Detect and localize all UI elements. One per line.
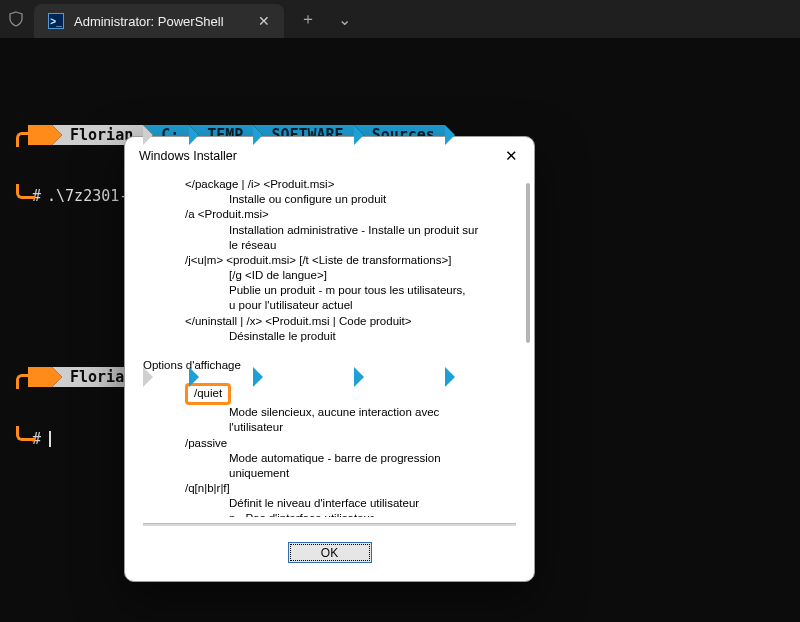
dialog-titlebar: Windows Installer ✕ bbox=[125, 137, 534, 173]
dialog-close-button[interactable]: ✕ bbox=[499, 145, 524, 167]
help-line: n - Pas d'interface utilisateur bbox=[143, 511, 516, 517]
new-tab-button[interactable]: ＋ bbox=[294, 9, 322, 30]
help-line: Définit le niveau d'interface utilisateu… bbox=[143, 496, 516, 511]
uac-shield-icon bbox=[8, 11, 24, 27]
scrollbar[interactable] bbox=[526, 183, 530, 343]
help-line: le réseau bbox=[143, 238, 516, 253]
help-line: /a <Produit.msi> bbox=[143, 207, 516, 222]
terminal-tab[interactable]: >_ Administrator: PowerShell ✕ bbox=[34, 4, 284, 38]
segment-os-icon bbox=[28, 367, 52, 387]
help-line: u pour l'utilisateur actuel bbox=[143, 298, 516, 313]
help-line: </uninstall | /x> <Produit.msi | Code pr… bbox=[143, 314, 516, 329]
close-tab-icon[interactable]: ✕ bbox=[258, 13, 270, 29]
windows-icon bbox=[34, 128, 48, 142]
help-line: Installe ou configure un produit bbox=[143, 192, 516, 207]
tab-dropdown-icon[interactable]: ⌄ bbox=[332, 10, 357, 29]
dialog-help-text: </package | /i> <Produit.msi> Installe o… bbox=[143, 177, 516, 517]
dialog-body: </package | /i> <Produit.msi> Installe o… bbox=[125, 173, 534, 517]
windows-icon bbox=[34, 370, 48, 384]
help-line: /passive bbox=[143, 436, 516, 451]
prompt-bracket-top bbox=[2, 367, 28, 387]
prompt-bracket-top bbox=[2, 125, 28, 145]
help-line: Désinstalle le produit bbox=[143, 329, 516, 344]
ok-button[interactable]: OK bbox=[288, 542, 372, 563]
dialog-footer: OK bbox=[125, 526, 534, 581]
help-line: /q[n|b|r|f] bbox=[143, 481, 516, 496]
help-line: Mode automatique - barre de progression bbox=[143, 451, 516, 466]
help-line: l'utilisateur bbox=[143, 420, 516, 435]
window-titlebar: >_ Administrator: PowerShell ✕ ＋ ⌄ bbox=[0, 0, 800, 38]
help-line: </package | /i> <Produit.msi> bbox=[143, 177, 516, 192]
dialog-title: Windows Installer bbox=[139, 149, 237, 163]
help-line: /j<u|m> <produit.msi> [/t <Liste de tran… bbox=[143, 253, 516, 268]
help-line: [/g <ID de langue>] bbox=[143, 268, 516, 283]
powershell-icon: >_ bbox=[48, 13, 64, 29]
text-cursor bbox=[49, 431, 51, 447]
prompt-bracket-bottom bbox=[2, 428, 28, 450]
tab-title: Administrator: PowerShell bbox=[74, 14, 224, 29]
help-line: Publie un produit - m pour tous les util… bbox=[143, 283, 516, 298]
prompt-bracket-bottom bbox=[2, 186, 28, 208]
help-line: Mode silencieux, aucune interaction avec bbox=[143, 405, 516, 420]
segment-os-icon bbox=[28, 125, 52, 145]
windows-installer-dialog: Windows Installer ✕ </package | /i> <Pro… bbox=[124, 136, 535, 582]
help-line: Installation administrative - Installe u… bbox=[143, 223, 516, 238]
help-line: uniquement bbox=[143, 466, 516, 481]
